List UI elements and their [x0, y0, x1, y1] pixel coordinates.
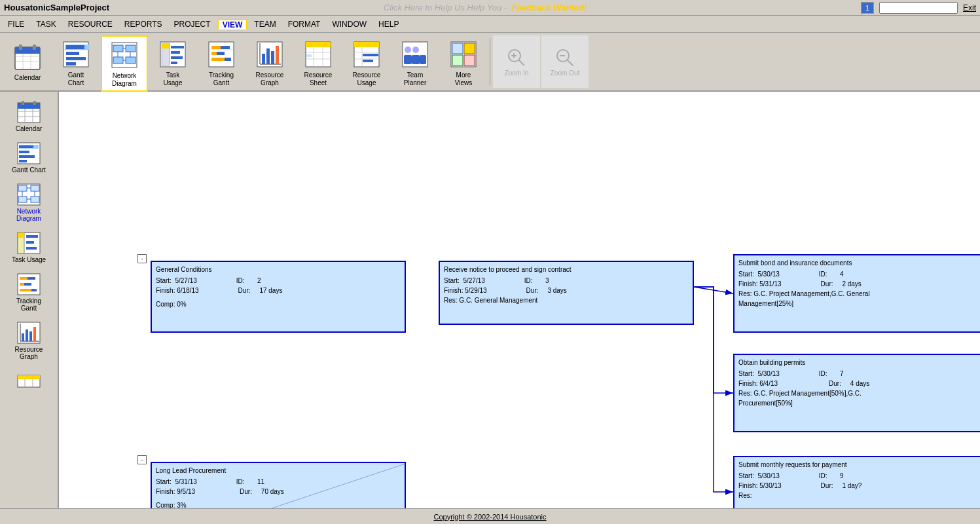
svg-rect-94 [18, 185, 27, 191]
svg-rect-18 [113, 57, 123, 64]
menu-file[interactable]: FILE [3, 18, 29, 30]
svg-rect-85 [22, 101, 24, 105]
op-start-label: Start: 5/30/13 [738, 369, 780, 379]
sidebar-item-task-usage[interactable]: Task Usage [3, 228, 55, 267]
title-input[interactable] [879, 2, 958, 14]
node-long-lead-title: Long Lead Procurement [156, 466, 401, 476]
svg-rect-68 [452, 43, 463, 54]
calendar-icon [12, 41, 43, 73]
menu-task[interactable]: TASK [31, 18, 61, 30]
zoom-out-icon [554, 47, 575, 69]
toolbar-zoom-in[interactable]: Zoom In [493, 35, 540, 88]
menu-resource[interactable]: RESOURCE [63, 18, 118, 30]
toolbar-resource-sheet[interactable]: ResourceSheet [295, 35, 342, 90]
help-box: 1 [861, 2, 874, 14]
svg-rect-19 [126, 57, 136, 64]
menu-format[interactable]: FORMAT [283, 18, 326, 30]
toolbar-team-planner[interactable]: TeamPlanner [391, 35, 439, 90]
svg-rect-120 [29, 331, 32, 341]
svg-line-75 [519, 60, 524, 66]
toolbar-more-views[interactable]: MoreViews [440, 35, 487, 90]
gc-id-label: ID: 2 [236, 276, 261, 286]
menu-view[interactable]: VIEW [217, 19, 248, 29]
svg-rect-59 [363, 54, 378, 56]
gantt-chart-icon [60, 39, 92, 70]
svg-rect-7 [33, 45, 36, 50]
toolbar-calendar-label: Calendar [14, 74, 41, 82]
banner: Click Here to Help Us Help You - Feedbac… [384, 3, 587, 12]
rn-finish-label: Finish: 5/29/13 [444, 286, 487, 295]
sidebar-trackingantt-label: TrackingGantt [16, 297, 41, 312]
svg-rect-66 [420, 55, 426, 64]
sm-id-label: ID: 9 [819, 471, 844, 481]
toolbar: Calendar GanttChart [0, 33, 980, 92]
footer-copyright[interactable]: Copyright © 2002-2014 Housatonic [434, 513, 547, 521]
resource-graph-icon [254, 39, 285, 70]
sidebar-resgraph-icon [16, 321, 42, 345]
svg-rect-115 [18, 322, 40, 343]
sidebar-resgraph-label: ResourceGraph [15, 346, 43, 360]
gc-finish-label: Finish: 6/18/13 [156, 286, 199, 295]
node-long-lead-row2: Finish: 9/5/13 Dur: 70 days [156, 487, 401, 496]
toolbar-zoom-out[interactable]: Zoom Out [541, 35, 589, 88]
svg-rect-60 [363, 60, 373, 62]
node-long-lead-row1: Start: 5/31/13 ID: 11 [156, 477, 401, 487]
sb-finish-label: Finish: 5/31/13 [738, 279, 782, 289]
svg-rect-12 [66, 57, 86, 60]
menu-reports[interactable]: REPORTS [119, 18, 168, 30]
tracking-gantt-icon [206, 39, 237, 70]
node-general-conditions: General Conditions Start: 5/27/13 ID: 2 … [151, 261, 406, 333]
sidebar-item-gantt-chart[interactable]: Gantt Chart [3, 138, 55, 177]
toolbar-resource-usage[interactable]: ResourceUsage [343, 35, 390, 90]
svg-rect-48 [306, 42, 331, 47]
svg-rect-110 [20, 277, 27, 280]
node-submit-monthly-row1: Start: 5/30/13 ID: 9 [738, 471, 980, 481]
sidebar-item-network-diagram[interactable]: NetworkDiagram [3, 179, 55, 225]
banner-highlight: Feedback Wanted! [512, 3, 587, 12]
sidebar-calendar-icon [16, 100, 42, 124]
sidebar: Calendar Gantt Chart [0, 92, 59, 508]
footer: Copyright © 2002-2014 Housatonic [0, 508, 980, 524]
node-submit-bond-row1: Start: 5/30/13 ID: 4 [738, 269, 980, 279]
exit-button[interactable]: Exit [963, 3, 976, 12]
menu-window[interactable]: WINDOW [327, 18, 372, 30]
toolbar-gantt-chart[interactable]: GanttChart [52, 35, 100, 90]
sidebar-item-tracking-gantt[interactable]: TrackingGantt [3, 269, 55, 315]
svg-rect-71 [464, 55, 475, 66]
gc-start-label: Start: 5/27/13 [156, 276, 197, 286]
sidebar-item-resource-sheet-partial[interactable] [3, 366, 55, 398]
svg-rect-16 [113, 45, 123, 52]
svg-rect-106 [26, 241, 34, 244]
svg-rect-43 [262, 54, 265, 64]
node-receive-notice-row1: Start: 5/27/13 ID: 3 [444, 276, 689, 286]
collapse-btn-1[interactable]: - [137, 254, 147, 263]
svg-rect-80 [18, 103, 40, 109]
toolbar-calendar[interactable]: Calendar [4, 35, 51, 88]
toolbar-task-usage[interactable]: TaskUsage [149, 35, 196, 90]
svg-rect-90 [19, 151, 29, 153]
toolbar-zoom-out-label: Zoom Out [551, 69, 579, 77]
svg-line-78 [568, 60, 573, 66]
toolbar-network-diagram[interactable]: NetworkDiagram [101, 35, 148, 92]
menu-help[interactable]: HELP [373, 18, 404, 30]
node-obtain-permits: Obtain building permits Start: 5/30/13 I… [733, 354, 980, 432]
collapse-btn-2[interactable]: - [137, 455, 147, 464]
menu-team[interactable]: TEAM [249, 18, 281, 30]
sidebar-item-resource-graph[interactable]: ResourceGraph [3, 318, 55, 364]
rn-id-label: ID: 3 [524, 276, 549, 286]
sidebar-item-calendar[interactable]: Calendar [3, 97, 55, 136]
toolbar-gantt-label: GanttChart [68, 71, 84, 87]
menu-project[interactable]: PROJECT [169, 18, 216, 30]
toolbar-resource-graph-label: ResourceGraph [256, 71, 284, 87]
node-general-conditions-row1: Start: 5/27/13 ID: 2 [156, 276, 401, 286]
sb-start-label: Start: 5/30/13 [738, 269, 780, 279]
toolbar-resource-graph[interactable]: ResourceGraph [246, 35, 293, 90]
svg-rect-13 [66, 62, 76, 66]
team-planner-icon [399, 39, 431, 70]
svg-rect-70 [452, 55, 463, 66]
ll-id-label: ID: 11 [236, 477, 264, 487]
more-views-icon [448, 39, 479, 70]
svg-rect-64 [404, 55, 412, 64]
diagram-canvas[interactable]: - General Conditions Start: 5/27/13 ID: … [59, 92, 980, 508]
toolbar-tracking-gantt[interactable]: TrackingGantt [198, 35, 245, 90]
